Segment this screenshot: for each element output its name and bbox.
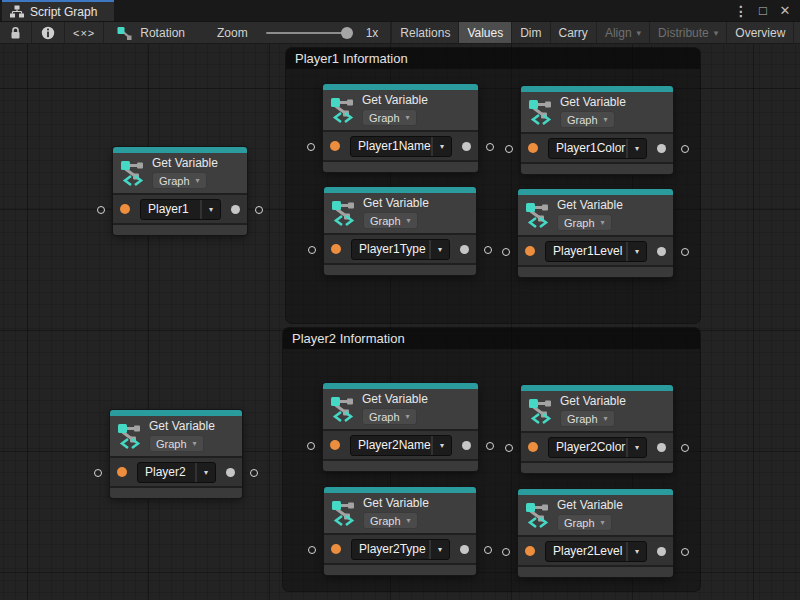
value-output-port[interactable] (462, 441, 471, 450)
group-header[interactable]: Player1 Information (286, 48, 700, 69)
relations-button[interactable]: Relations (391, 22, 458, 43)
variable-kind-dropdown[interactable]: Graph ▾ (363, 512, 418, 529)
chevron-down-icon[interactable]: ▾ (431, 137, 451, 156)
variable-name-dropdown[interactable]: Player1Level ▾ (545, 241, 647, 262)
variable-name-dropdown[interactable]: Player2 ▾ (137, 462, 216, 483)
value-output-port[interactable] (657, 443, 666, 452)
window-menu-icon[interactable]: ⋮ (732, 1, 750, 21)
variable-kind-dropdown[interactable]: Graph ▾ (560, 111, 615, 128)
name-input-port[interactable] (528, 143, 538, 153)
input-connection-port[interactable] (308, 546, 316, 554)
variable-name-dropdown[interactable]: Player2Name ▾ (350, 435, 452, 456)
variable-name-dropdown[interactable]: Player1Type ▾ (351, 239, 450, 260)
output-connection-port[interactable] (681, 548, 689, 556)
output-connection-port[interactable] (484, 246, 492, 254)
get-variable-node-player1level[interactable]: Get Variable Graph ▾ Player1Level ▾ (518, 189, 673, 277)
output-connection-port[interactable] (250, 469, 258, 477)
variable-name-dropdown[interactable]: Player2Level ▾ (545, 541, 647, 562)
variable-name-dropdown[interactable]: Player1 ▾ (140, 199, 221, 220)
align-dropdown[interactable]: Align ▾ (596, 22, 649, 43)
value-output-port[interactable] (657, 547, 666, 556)
chevron-down-icon[interactable]: ▾ (626, 542, 646, 561)
value-output-port[interactable] (226, 468, 235, 477)
output-connection-port[interactable] (681, 248, 689, 256)
name-input-port[interactable] (528, 442, 538, 452)
get-variable-node-player2type[interactable]: Get Variable Graph ▾ Player2Type ▾ (324, 487, 476, 575)
variable-kind-dropdown[interactable]: Graph ▾ (557, 214, 612, 231)
lock-button[interactable] (0, 22, 32, 43)
carry-button[interactable]: Carry (550, 22, 596, 43)
get-variable-node-player1type[interactable]: Get Variable Graph ▾ Player1Type ▾ (324, 187, 476, 275)
chevron-down-icon[interactable]: ▾ (195, 463, 215, 482)
distribute-dropdown[interactable]: Distribute ▾ (649, 22, 726, 43)
input-connection-port[interactable] (308, 246, 316, 254)
output-connection-port[interactable] (486, 143, 494, 151)
variable-kind-dropdown[interactable]: Graph ▾ (149, 435, 204, 452)
chevron-down-icon[interactable]: ▾ (626, 242, 646, 261)
input-connection-port[interactable] (94, 469, 102, 477)
variable-kind-dropdown[interactable]: Graph ▾ (362, 109, 417, 126)
tab-script-graph[interactable]: Script Graph (2, 0, 114, 21)
get-variable-node-player1name[interactable]: Get Variable Graph ▾ Player1Name ▾ (323, 84, 478, 172)
variable-name-dropdown[interactable]: Player2Color ▾ (548, 437, 647, 458)
output-connection-port[interactable] (681, 444, 689, 452)
chevron-down-icon[interactable]: ▾ (200, 200, 220, 219)
variable-name-dropdown[interactable]: Player1Color ▾ (548, 138, 647, 159)
name-input-port[interactable] (120, 204, 130, 214)
overview-button[interactable]: Overview (726, 22, 793, 43)
name-input-port[interactable] (331, 244, 341, 254)
output-connection-port[interactable] (486, 442, 494, 450)
name-input-port[interactable] (331, 544, 341, 554)
input-connection-port[interactable] (307, 442, 315, 450)
fullscreen-button[interactable]: Full Screen (793, 22, 800, 43)
inspect-button[interactable] (32, 22, 65, 43)
output-connection-port[interactable] (681, 145, 689, 153)
variable-kind-dropdown[interactable]: Graph ▾ (152, 172, 207, 189)
input-connection-port[interactable] (505, 145, 513, 153)
variable-name-dropdown[interactable]: Player1Name ▾ (350, 136, 452, 157)
close-icon[interactable]: ✕ (776, 1, 794, 21)
get-variable-node-player2color[interactable]: Get Variable Graph ▾ Player2Color ▾ (521, 385, 673, 473)
value-output-port[interactable] (657, 247, 666, 256)
name-input-port[interactable] (525, 246, 535, 256)
variable-kind-dropdown[interactable]: Graph ▾ (557, 514, 612, 531)
output-connection-port[interactable] (255, 206, 263, 214)
name-input-port[interactable] (330, 440, 340, 450)
value-output-port[interactable] (460, 545, 469, 554)
input-connection-port[interactable] (307, 143, 315, 151)
get-variable-node-player1[interactable]: Get Variable Graph ▾ Player1 ▾ (113, 147, 247, 235)
zoom-slider-handle[interactable] (341, 27, 353, 39)
zoom-slider[interactable] (266, 32, 350, 34)
code-view-button[interactable]: <×> (65, 22, 104, 43)
value-output-port[interactable] (460, 245, 469, 254)
maximize-icon[interactable]: □ (754, 1, 772, 21)
input-connection-port[interactable] (502, 548, 510, 556)
output-connection-port[interactable] (484, 546, 492, 554)
variable-kind-dropdown[interactable]: Graph ▾ (362, 408, 417, 425)
input-connection-port[interactable] (97, 206, 105, 214)
value-output-port[interactable] (231, 205, 240, 214)
value-output-port[interactable] (462, 142, 471, 151)
get-variable-node-player2level[interactable]: Get Variable Graph ▾ Player2Level ▾ (518, 489, 673, 577)
chevron-down-icon[interactable]: ▾ (431, 436, 451, 455)
get-variable-node-player1color[interactable]: Get Variable Graph ▾ Player1Color ▾ (521, 86, 673, 174)
name-input-port[interactable] (330, 141, 340, 151)
input-connection-port[interactable] (505, 444, 513, 452)
chevron-down-icon[interactable]: ▾ (626, 139, 646, 158)
variable-name-dropdown[interactable]: Player2Type ▾ (351, 539, 450, 560)
value-output-port[interactable] (657, 144, 666, 153)
group-header[interactable]: Player2 Information (283, 328, 700, 349)
get-variable-node-player2name[interactable]: Get Variable Graph ▾ Player2Name ▾ (323, 383, 478, 471)
get-variable-node-player2[interactable]: Get Variable Graph ▾ Player2 ▾ (110, 410, 242, 498)
chevron-down-icon[interactable]: ▾ (429, 240, 449, 259)
graph-canvas[interactable]: Player1 Information Player2 Information … (0, 44, 800, 600)
chevron-down-icon[interactable]: ▾ (429, 540, 449, 559)
values-button[interactable]: Values (458, 22, 511, 43)
variable-kind-dropdown[interactable]: Graph ▾ (363, 212, 418, 229)
dim-button[interactable]: Dim (511, 22, 549, 43)
input-connection-port[interactable] (502, 248, 510, 256)
variable-kind-dropdown[interactable]: Graph ▾ (560, 410, 615, 427)
name-input-port[interactable] (525, 546, 535, 556)
name-input-port[interactable] (117, 467, 127, 477)
chevron-down-icon[interactable]: ▾ (626, 438, 646, 457)
